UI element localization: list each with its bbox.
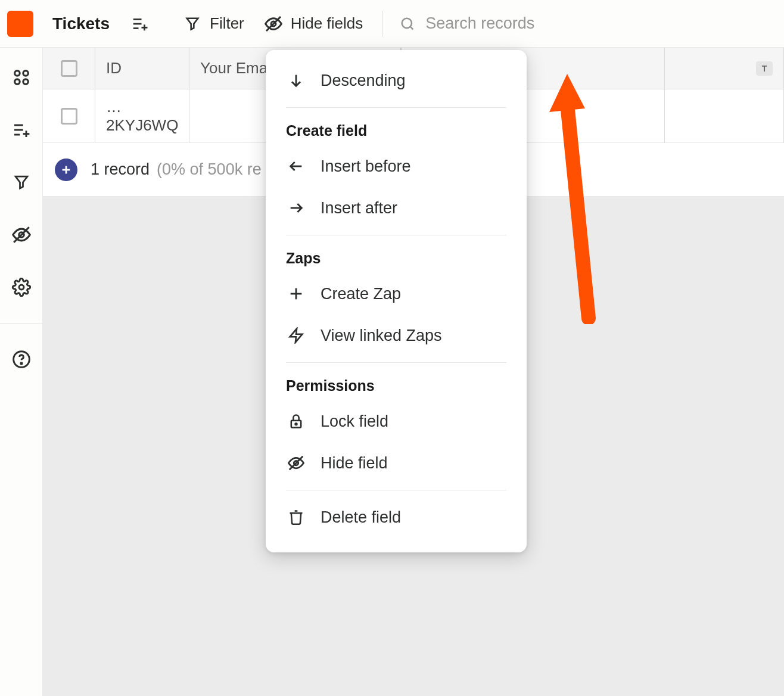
svg-point-10 xyxy=(23,71,28,76)
svg-marker-30 xyxy=(290,328,303,342)
row-checkbox[interactable] xyxy=(43,89,95,142)
search-icon xyxy=(399,15,416,32)
page-title: Tickets xyxy=(52,14,110,33)
menu-view-linked-zaps[interactable]: View linked Zaps xyxy=(266,315,527,356)
toolbar-divider xyxy=(382,11,382,37)
svg-point-12 xyxy=(23,79,28,85)
hide-icon xyxy=(286,453,306,473)
svg-line-8 xyxy=(410,26,413,29)
sidebar-settings-icon[interactable] xyxy=(11,276,32,298)
menu-create-zap[interactable]: Create Zap xyxy=(266,273,527,315)
sidebar xyxy=(0,48,43,696)
cell-id[interactable]: …2KYJ6WQ xyxy=(95,89,189,142)
app-logo[interactable] xyxy=(7,11,33,37)
sidebar-views-icon[interactable] xyxy=(11,67,32,88)
record-count: 1 record xyxy=(91,160,150,179)
menu-insert-before[interactable]: Insert before xyxy=(266,145,527,187)
menu-hide-field[interactable]: Hide field xyxy=(266,442,527,484)
menu-sort-descending[interactable]: Descending xyxy=(266,60,527,101)
sidebar-help-icon[interactable] xyxy=(11,349,32,370)
menu-divider xyxy=(286,235,506,235)
zap-icon xyxy=(286,325,306,346)
menu-section-zaps: Zaps xyxy=(266,241,527,273)
hide-fields-button[interactable]: Hide fields xyxy=(261,14,365,34)
sidebar-filter-icon[interactable] xyxy=(11,172,32,193)
filter-label: Filter xyxy=(210,14,244,33)
svg-point-9 xyxy=(14,71,20,76)
trash-icon xyxy=(286,507,306,527)
sidebar-hide-icon[interactable] xyxy=(11,224,32,246)
column-header-id[interactable]: ID xyxy=(95,48,189,89)
add-record-button[interactable] xyxy=(55,159,77,181)
menu-divider xyxy=(286,490,506,490)
menu-section-create-field: Create field xyxy=(266,114,527,145)
search-placeholder: Search records xyxy=(425,14,534,33)
svg-point-22 xyxy=(20,363,21,364)
add-view-button[interactable] xyxy=(131,15,149,33)
menu-section-permissions: Permissions xyxy=(266,369,527,400)
sidebar-divider xyxy=(0,323,42,324)
cell-last[interactable] xyxy=(665,89,784,142)
record-limit: (0% of 500k re xyxy=(157,160,262,179)
lock-icon xyxy=(286,411,306,431)
svg-point-7 xyxy=(402,18,412,27)
text-type-icon: T xyxy=(756,61,773,76)
svg-point-32 xyxy=(295,423,297,425)
hide-fields-label: Hide fields xyxy=(291,14,363,33)
menu-insert-after[interactable]: Insert after xyxy=(266,187,527,229)
svg-point-20 xyxy=(19,285,24,290)
menu-divider xyxy=(286,107,506,108)
arrow-right-icon xyxy=(286,198,306,218)
menu-delete-field[interactable]: Delete field xyxy=(266,496,527,538)
arrow-left-icon xyxy=(286,156,306,176)
toolbar: Tickets Filter Hide fields xyxy=(0,0,784,48)
plus-icon xyxy=(286,284,306,304)
menu-divider xyxy=(286,362,506,363)
sidebar-add-list-icon[interactable] xyxy=(11,119,32,141)
filter-icon xyxy=(182,14,203,34)
hide-icon xyxy=(263,14,284,34)
svg-point-11 xyxy=(14,79,20,85)
filter-button[interactable]: Filter xyxy=(180,14,247,34)
search-input[interactable]: Search records xyxy=(399,14,534,33)
arrow-down-icon xyxy=(286,70,306,91)
column-header-more[interactable]: T xyxy=(665,48,784,89)
menu-lock-field[interactable]: Lock field xyxy=(266,400,527,442)
column-context-menu: Descending Create field Insert before In… xyxy=(266,50,527,552)
select-all-checkbox[interactable] xyxy=(43,48,95,89)
